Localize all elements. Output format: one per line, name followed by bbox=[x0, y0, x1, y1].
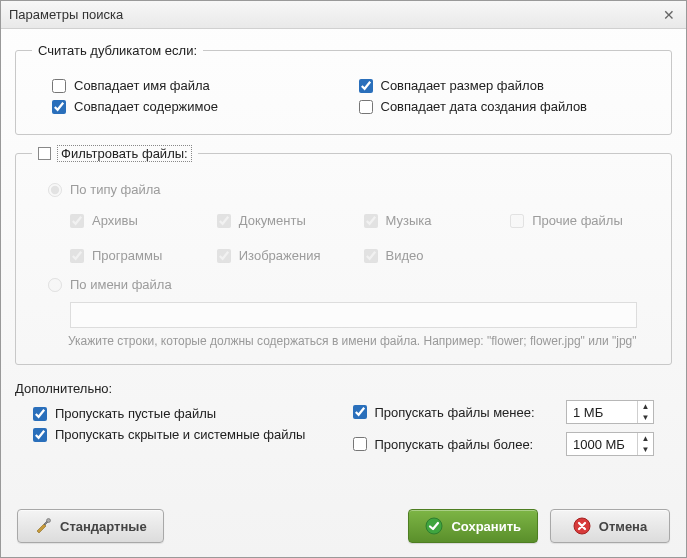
check-skip-more-label: Пропускать файлы более: bbox=[375, 437, 534, 452]
footer: Стандартные Сохранить Отмена bbox=[1, 497, 686, 557]
check-type-video-box[interactable] bbox=[364, 249, 378, 263]
cancel-circle-icon bbox=[573, 517, 591, 535]
check-type-archives-label: Архивы bbox=[92, 213, 138, 228]
chevron-up-icon[interactable]: ▲ bbox=[638, 401, 653, 412]
titlebar: Параметры поиска ✕ bbox=[1, 1, 686, 29]
radio-by-name-input[interactable] bbox=[48, 278, 62, 292]
check-match-size[interactable]: Совпадает размер файлов bbox=[359, 78, 656, 93]
close-icon[interactable]: ✕ bbox=[660, 6, 678, 24]
chevron-down-icon[interactable]: ▼ bbox=[638, 412, 653, 423]
radio-by-type-label: По типу файла bbox=[70, 182, 161, 197]
check-match-date-label: Совпадает дата создания файлов bbox=[381, 99, 588, 114]
check-type-other-label: Прочие файлы bbox=[532, 213, 623, 228]
radio-by-type-input[interactable] bbox=[48, 183, 62, 197]
check-skip-more[interactable]: Пропускать файлы более: bbox=[353, 437, 557, 452]
radio-by-name-label: По имени файла bbox=[70, 277, 172, 292]
group-additional-legend: Дополнительно: bbox=[15, 381, 672, 396]
check-type-other[interactable]: Прочие файлы bbox=[510, 213, 647, 228]
check-type-programs[interactable]: Программы bbox=[70, 248, 207, 263]
radio-by-type[interactable]: По типу файла bbox=[48, 182, 647, 197]
check-type-documents[interactable]: Документы bbox=[217, 213, 354, 228]
check-match-name-label: Совпадает имя файла bbox=[74, 78, 210, 93]
group-filter-legend: Фильтровать файлы: bbox=[32, 145, 198, 162]
check-type-archives[interactable]: Архивы bbox=[70, 213, 207, 228]
check-skip-more-box[interactable] bbox=[353, 437, 367, 451]
chevron-down-icon[interactable]: ▼ bbox=[638, 444, 653, 455]
spin-skip-less-value: 1 МБ bbox=[567, 405, 637, 420]
group-filter: Фильтровать файлы: По типу файла Архивы … bbox=[15, 145, 672, 365]
check-match-name-box[interactable] bbox=[52, 79, 66, 93]
check-type-music-box[interactable] bbox=[364, 214, 378, 228]
spin-skip-less[interactable]: 1 МБ ▲ ▼ bbox=[566, 400, 654, 424]
check-match-size-box[interactable] bbox=[359, 79, 373, 93]
content: Считать дубликатом если: Совпадает имя ф… bbox=[1, 29, 686, 497]
save-button[interactable]: Сохранить bbox=[408, 509, 538, 543]
check-skip-empty-box[interactable] bbox=[33, 407, 47, 421]
svg-point-1 bbox=[426, 518, 442, 534]
window-title: Параметры поиска bbox=[9, 7, 660, 22]
check-type-other-box[interactable] bbox=[510, 214, 524, 228]
svg-point-0 bbox=[47, 519, 51, 523]
chevron-up-icon[interactable]: ▲ bbox=[638, 433, 653, 444]
check-type-images-label: Изображения bbox=[239, 248, 321, 263]
defaults-button-label: Стандартные bbox=[60, 519, 147, 534]
tools-icon bbox=[34, 517, 52, 535]
check-type-music[interactable]: Музыка bbox=[364, 213, 501, 228]
group-duplicate: Считать дубликатом если: Совпадает имя ф… bbox=[15, 43, 672, 135]
check-match-name[interactable]: Совпадает имя файла bbox=[52, 78, 349, 93]
check-type-images[interactable]: Изображения bbox=[217, 248, 354, 263]
window: Параметры поиска ✕ Считать дубликатом ес… bbox=[0, 0, 687, 558]
group-additional: Пропускать пустые файлы Пропускать скрыт… bbox=[15, 400, 672, 456]
check-match-content[interactable]: Совпадает содержимое bbox=[52, 99, 349, 114]
filter-name-input[interactable] bbox=[70, 302, 637, 328]
check-match-date[interactable]: Совпадает дата создания файлов bbox=[359, 99, 656, 114]
check-type-images-box[interactable] bbox=[217, 249, 231, 263]
group-filter-legend-text: Фильтровать файлы: bbox=[57, 145, 192, 162]
check-skip-hidden[interactable]: Пропускать скрытые и системные файлы bbox=[33, 427, 335, 442]
check-type-documents-box[interactable] bbox=[217, 214, 231, 228]
check-match-date-box[interactable] bbox=[359, 100, 373, 114]
check-type-documents-label: Документы bbox=[239, 213, 306, 228]
check-skip-empty[interactable]: Пропускать пустые файлы bbox=[33, 406, 335, 421]
radio-by-name[interactable]: По имени файла bbox=[48, 277, 647, 292]
check-match-content-box[interactable] bbox=[52, 100, 66, 114]
check-skip-less[interactable]: Пропускать файлы менее: bbox=[353, 405, 557, 420]
spin-skip-more-value: 1000 МБ bbox=[567, 437, 637, 452]
cancel-button[interactable]: Отмена bbox=[550, 509, 670, 543]
group-duplicate-legend: Считать дубликатом если: bbox=[32, 43, 203, 58]
check-type-programs-box[interactable] bbox=[70, 249, 84, 263]
check-match-size-label: Совпадает размер файлов bbox=[381, 78, 544, 93]
check-type-video[interactable]: Видео bbox=[364, 248, 501, 263]
check-skip-less-label: Пропускать файлы менее: bbox=[375, 405, 535, 420]
check-type-programs-label: Программы bbox=[92, 248, 162, 263]
check-skip-less-box[interactable] bbox=[353, 405, 367, 419]
check-skip-empty-label: Пропускать пустые файлы bbox=[55, 406, 216, 421]
check-type-archives-box[interactable] bbox=[70, 214, 84, 228]
check-circle-icon bbox=[425, 517, 443, 535]
check-match-content-label: Совпадает содержимое bbox=[74, 99, 218, 114]
check-skip-hidden-label: Пропускать скрытые и системные файлы bbox=[55, 427, 305, 442]
check-type-video-label: Видео bbox=[386, 248, 424, 263]
spin-skip-more[interactable]: 1000 МБ ▲ ▼ bbox=[566, 432, 654, 456]
cancel-button-label: Отмена bbox=[599, 519, 647, 534]
check-skip-hidden-box[interactable] bbox=[33, 428, 47, 442]
check-type-music-label: Музыка bbox=[386, 213, 432, 228]
filter-name-hint: Укажите строки, которые должны содержать… bbox=[68, 334, 647, 348]
defaults-button[interactable]: Стандартные bbox=[17, 509, 164, 543]
save-button-label: Сохранить bbox=[451, 519, 521, 534]
filter-enable-checkbox[interactable] bbox=[38, 147, 51, 160]
